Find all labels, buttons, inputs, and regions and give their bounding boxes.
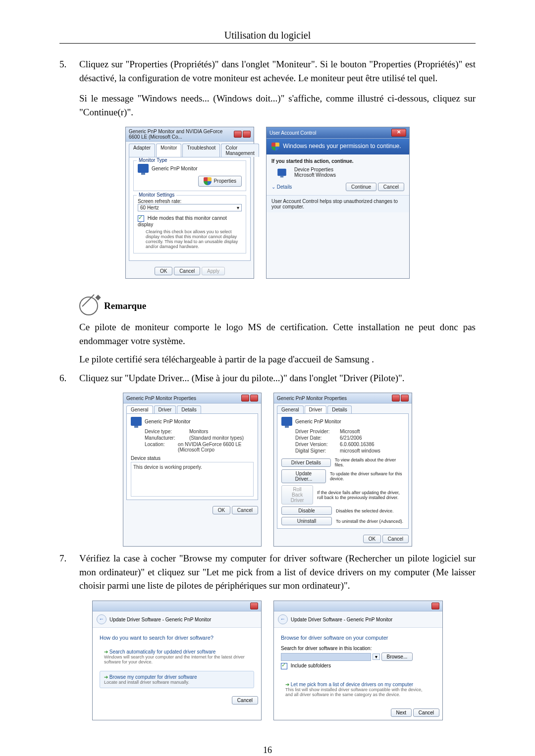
tab-color-management[interactable]: Color Management: [221, 144, 259, 157]
window-controls[interactable]: [431, 603, 439, 609]
dlg-props-general-panel: Generic PnP Monitor Device type:Monitors…: [126, 413, 258, 500]
tab-details[interactable]: Details: [327, 405, 352, 413]
driver-version-label: Driver Version:: [295, 442, 340, 447]
properties-button-label: Properties: [214, 178, 236, 184]
ok-button[interactable]: OK: [213, 506, 230, 514]
hide-modes-checkbox[interactable]: [138, 215, 144, 222]
close-button[interactable]: ✕: [391, 129, 406, 137]
digital-signer-label: Digital Signer:: [295, 448, 340, 454]
arrow-right-icon: ➔: [285, 682, 289, 687]
tab-adapter[interactable]: Adapter: [129, 144, 155, 157]
cancel-button[interactable]: Cancel: [378, 183, 404, 191]
step-5: 5. Cliquez sur "Properties (Propriétés)"…: [59, 57, 476, 119]
dialog-monitor-settings: Generic PnP Monitor and NVIDIA GeForce 6…: [125, 127, 254, 279]
driver-version-value: 6.0.6000.16386: [340, 442, 374, 447]
note-p1: Ce pilote de moniteur comporte le logo M…: [79, 320, 476, 348]
include-subfolders-checkbox[interactable]: [281, 663, 287, 669]
cancel-button[interactable]: Cancel: [232, 506, 258, 514]
window-controls[interactable]: [392, 395, 409, 402]
wizard-search-button-row: Cancel: [93, 693, 261, 707]
details-link[interactable]: Details: [277, 184, 292, 190]
wizard-browse-content: Browse for driver software on your compu…: [274, 628, 442, 706]
tab-driver[interactable]: Driver: [305, 405, 327, 413]
device-icon: [277, 169, 286, 176]
step-6: 6. Cliquez sur "Update Driver... (Mise à…: [59, 371, 476, 385]
dlg-props-general-titlebar: Generic PnP Monitor Properties: [123, 393, 261, 403]
dialog-props-general: Generic PnP Monitor Properties General D…: [123, 393, 262, 547]
uac-publisher: Microsoft Windows: [294, 172, 336, 178]
step-6-text: Cliquez sur "Update Driver... (Mise à jo…: [79, 371, 476, 385]
option-auto-search[interactable]: ➔ Search automatically for updated drive…: [100, 646, 254, 668]
wizard-search-top: ← Update Driver Software - Generic PnP M…: [93, 611, 261, 628]
wizard-search-crumb: Update Driver Software - Generic PnP Mon…: [109, 617, 211, 622]
chevron-down-icon: ▾: [237, 205, 239, 210]
cancel-button[interactable]: Cancel: [232, 696, 258, 705]
dlg-monitor-titlebar: Generic PnP Monitor and NVIDIA GeForce 6…: [126, 127, 254, 142]
include-subfolders-label: Include subfolders: [291, 663, 331, 669]
browse-button[interactable]: Browse...: [381, 653, 413, 661]
disable-desc: Disables the selected device.: [336, 508, 394, 513]
option-pick-title: Let me pick from a list of device driver…: [291, 682, 413, 687]
wizard-browse-crumb: Update Driver Software - Generic PnP Mon…: [291, 617, 392, 622]
search-location-input[interactable]: [281, 653, 371, 661]
disable-button[interactable]: Disable: [281, 506, 332, 515]
uac-body: If you started this action, continue. De…: [267, 154, 409, 195]
next-button[interactable]: Next: [391, 708, 412, 717]
cancel-button[interactable]: Cancel: [413, 708, 439, 717]
step-6-number: 6.: [59, 371, 79, 385]
manufacturer-label: Manufacturer:: [145, 435, 189, 441]
ok-button[interactable]: OK: [155, 267, 172, 275]
apply-button: Apply: [202, 267, 225, 275]
window-controls[interactable]: [241, 395, 258, 402]
header-divider: [59, 43, 476, 44]
continue-button[interactable]: Continue: [346, 183, 376, 191]
wizard-browse-titlebar: [274, 601, 442, 611]
rollback-driver-desc: If the device fails after updating the d…: [317, 490, 404, 500]
note-title: Remarque: [104, 301, 146, 311]
cancel-button[interactable]: Cancel: [174, 267, 200, 275]
update-driver-button[interactable]: Update Driver...: [281, 469, 326, 483]
dlg-props-general-title: Generic PnP Monitor Properties: [126, 396, 196, 401]
refresh-rate-select[interactable]: 60 Hertz ▾: [138, 204, 242, 211]
option-auto-search-title: Search automatically for updated driver …: [109, 649, 216, 655]
dialog-uac: User Account Control ✕ Windows needs you…: [266, 127, 410, 279]
tab-monitor[interactable]: Monitor: [156, 144, 181, 157]
option-browse[interactable]: ➔ Browse my computer for driver software…: [100, 671, 254, 688]
dlg-uac-titlebar: User Account Control ✕: [267, 127, 409, 139]
chevron-down-icon: ⌄: [271, 184, 275, 190]
driver-details-button[interactable]: Driver Details: [281, 458, 331, 467]
group-monitor-type: Monitor Type Generic PnP Monitor Propert…: [133, 160, 246, 191]
dlg-props-driver-title: Generic PnP Monitor Properties: [277, 396, 347, 401]
page-number: 16: [59, 745, 476, 756]
back-arrow-icon[interactable]: ←: [278, 614, 288, 624]
tab-general[interactable]: General: [277, 405, 304, 413]
wizard-browse-top: ← Update Driver Software - Generic PnP M…: [274, 611, 442, 628]
uac-started-text: If you started this action, continue.: [271, 158, 404, 164]
group-monitor-settings: Monitor Settings Screen refresh rate: 60…: [133, 195, 246, 253]
manufacturer-value: (Standard monitor types): [189, 435, 244, 441]
figure-row-2: Generic PnP Monitor Properties General D…: [59, 393, 476, 547]
tab-troubleshoot[interactable]: Troubleshoot: [182, 144, 220, 157]
ok-button[interactable]: OK: [363, 535, 381, 543]
chevron-down-icon[interactable]: ▾: [373, 654, 380, 660]
tab-general[interactable]: General: [126, 405, 153, 413]
back-arrow-icon[interactable]: ←: [97, 614, 107, 624]
properties-button[interactable]: Properties: [198, 176, 242, 187]
update-driver-desc: To update the driver software for this d…: [330, 471, 404, 481]
dialog-props-driver: Generic PnP Monitor Properties General D…: [273, 393, 412, 547]
uac-device-name: Device Properties: [294, 167, 336, 172]
dlg-props-driver-button-row: OK Cancel: [274, 532, 412, 546]
wizard-search-content: How do you want to search for driver sof…: [93, 628, 261, 693]
digital-signer-value: microsoft windows: [340, 448, 380, 454]
cancel-button[interactable]: Cancel: [382, 535, 409, 543]
uninstall-button[interactable]: Uninstall: [281, 517, 332, 525]
step-5-number: 5.: [59, 57, 79, 119]
window-controls[interactable]: [250, 603, 258, 609]
tab-details[interactable]: Details: [177, 405, 201, 413]
tab-driver[interactable]: Driver: [154, 405, 176, 413]
dlg-monitor-window-controls[interactable]: [234, 131, 251, 138]
hide-modes-desc: Clearing this check box allows you to se…: [146, 229, 242, 249]
dlg-props-general-tabs: General Driver Details: [123, 403, 261, 413]
option-pick-from-list[interactable]: ➔ Let me pick from a list of device driv…: [281, 678, 435, 701]
driver-details-desc: To view details about the driver files.: [335, 457, 404, 467]
